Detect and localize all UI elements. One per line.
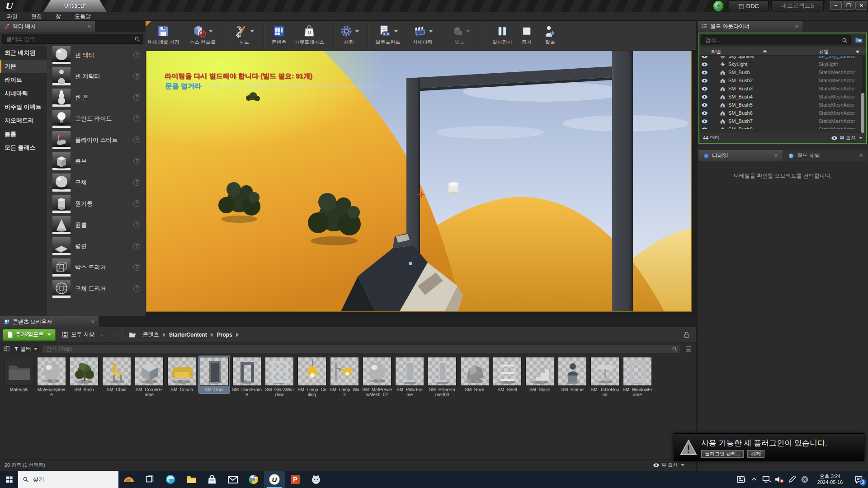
place-item[interactable]: 원기둥? [47,193,146,214]
actor-type[interactable]: BP_Sky_Sphere [819,56,855,59]
toolbar-eject-button[interactable]: 탈출 [529,23,571,49]
column-type[interactable]: 유형 [819,48,829,55]
dismiss-button[interactable]: 해제 [747,450,764,458]
asset-SM_PillarFrame300[interactable]: SM_PillarFrame300 [427,356,458,398]
outliner-row[interactable]: SM_Bush5StaticMeshActor [699,101,866,109]
category-라이트[interactable]: 라이트 [0,73,47,87]
place-item[interactable]: 빈 폰? [47,87,146,108]
breadcrumb-Props[interactable]: Props [217,332,232,338]
asset-SM_PillarFrame[interactable]: SM_PillarFrame [394,356,425,398]
taskbar-app-taco[interactable] [118,471,139,488]
toolbar-settings-button[interactable]: 세팅 [328,23,370,49]
toolbar-market-button[interactable]: U마켓플레이스 [288,23,330,49]
asset-SM_Lamp_Ceiling[interactable]: SM_Lamp_Ceiling [297,356,327,398]
close-icon[interactable]: ✕ [91,319,95,325]
visibility-eye-icon[interactable] [701,56,708,59]
asset-SM_Couch[interactable]: SM_Couch [166,356,197,393]
ddc-button[interactable]: ▤DDC [729,0,769,11]
place-item[interactable]: 빈 캐릭터? [47,66,146,87]
place-item[interactable]: 빈 액터? [47,44,146,66]
taskbar-app-ppt[interactable]: P [285,471,306,488]
asset-SM_Shelf[interactable]: SM_Shelf [492,356,523,393]
add-import-button[interactable]: 추가/임포트 [3,329,56,341]
outliner-row[interactable]: SM_BushStaticMeshActor [699,68,866,76]
category-볼륨[interactable]: 볼륨 [0,127,47,141]
filter-button[interactable]: 필터 [14,345,38,353]
taskbar-app-chrome[interactable] [243,471,264,488]
place-item[interactable]: 평면? [47,235,146,257]
outliner-header[interactable]: 라벨 유형 [699,47,866,56]
lock-icon[interactable] [684,331,690,338]
visibility-eye-icon[interactable] [701,103,708,108]
asset-search-box[interactable] [42,344,681,353]
sort-descending-icon[interactable] [855,51,860,53]
asset-SM_TableRound[interactable]: SM_TableRound [590,356,620,398]
visibility-eye-icon[interactable] [701,62,708,67]
place-item[interactable]: 박스 트리거? [47,257,146,278]
menu-help[interactable]: 도움말 [68,12,98,21]
visibility-eye-icon[interactable] [701,86,708,91]
category-모든 클래스[interactable]: 모든 클래스 [0,141,47,155]
asset-SM_Door[interactable]: SM_Door [199,356,230,393]
asset-SM_Lamp_Wall[interactable]: SM_Lamp_Wall [329,356,360,398]
sources-panel-icon[interactable] [3,345,10,352]
place-item[interactable]: 포인트 라이트? [47,108,146,129]
visibility-eye-icon[interactable] [701,111,708,116]
close-icon[interactable]: ✕ [859,153,863,159]
tab-world-outliner[interactable]: 월드 아웃라이너 ✕ [698,21,802,32]
tab-content-browser[interactable]: 콘텐츠 브라우저 ✕ [0,316,99,327]
new-folder-icon[interactable] [854,36,863,44]
category-최근 배치됨[interactable]: 최근 배치됨 [0,46,47,60]
menu-window[interactable]: 창 [49,12,68,21]
place-item[interactable]: 구체 트리거? [47,278,146,299]
place-item[interactable]: 원뿔? [47,214,146,235]
tray-close-circle-icon[interactable] [798,471,811,488]
start-button[interactable] [0,471,18,488]
taskbar-app-mail[interactable] [222,471,243,488]
visibility-eye-icon[interactable] [701,119,708,124]
taskbar-clock[interactable]: 오후 3:24 2024-05-16 [811,474,849,485]
asset-SM_CornerFrame[interactable]: SM_CornerFrame [134,356,165,398]
category-기본[interactable]: 기본 [0,60,47,73]
asset-MaterialSphere[interactable]: MaterialSphere [36,356,67,398]
class-search-input[interactable] [5,35,134,42]
place-item[interactable]: 플레이어 스타트? [47,129,146,150]
asset-SM_WindowFrame[interactable]: SM_WindowFrame [622,356,653,398]
outliner-row[interactable]: Sky SphereBP_Sky_Sphere [699,56,866,60]
taskbar-app-unreal[interactable]: U [264,471,285,488]
action-center-button[interactable]: 3 [849,471,868,488]
category-지오메트리[interactable]: 지오메트리 [0,114,47,127]
manage-plugins-button[interactable]: 플러그인 관리... [701,450,744,458]
taskbar-search-box[interactable]: 찾기 [18,471,118,488]
tab-place-actors[interactable]: 액터 배치 ✕ [0,21,95,32]
close-icon[interactable]: ✕ [774,153,778,159]
place-item[interactable]: 큐브? [47,150,146,172]
asset-SM_Rock[interactable]: SM_Rock [459,356,490,393]
breadcrumb-콘텐츠[interactable]: 콘텐츠 [143,331,159,338]
close-icon[interactable]: ✕ [87,23,91,29]
save-search-icon[interactable] [685,346,692,352]
toolbar-source-button[interactable]: 소스 컨트롤 [182,23,223,49]
category-시네마틱[interactable]: 시네마틱 [0,87,47,100]
toolbar-save-button[interactable]: 현재 레벨 저장 [142,23,184,49]
level-tab[interactable]: Untitled* [43,0,107,12]
menu-file[interactable]: 파일 [0,12,24,21]
visibility-eye-icon[interactable] [701,70,708,75]
taskbar-app-edge[interactable] [160,471,181,488]
cb-view-options[interactable]: 뷰 옵션 [653,462,684,469]
outliner-row[interactable]: SM_Bush3StaticMeshActor [699,84,866,93]
outliner-search-box[interactable] [701,35,851,45]
asset-search-input[interactable] [45,345,672,352]
tray-network-icon[interactable] [760,471,773,488]
toolbar-build-button[interactable]: 빌드 [439,23,481,49]
save-all-button[interactable]: 모두 저장 [62,331,94,338]
column-label[interactable]: 라벨 [711,48,721,55]
level-viewport[interactable]: 라이팅을 다시 빌드해야 합니다 (빌드 필요: 91개) 문을 열거라 시지를… [146,51,692,312]
tray-pen-icon[interactable] [786,471,798,488]
outliner-scrollbar[interactable] [862,56,865,129]
back-arrow-icon[interactable]: ← [100,331,107,339]
maximize-button[interactable]: ❐ [843,1,854,10]
class-search-box[interactable] [2,34,143,44]
asset-SM_Bush[interactable]: SM_Bush [69,356,99,393]
outliner-search-input[interactable] [704,37,842,44]
